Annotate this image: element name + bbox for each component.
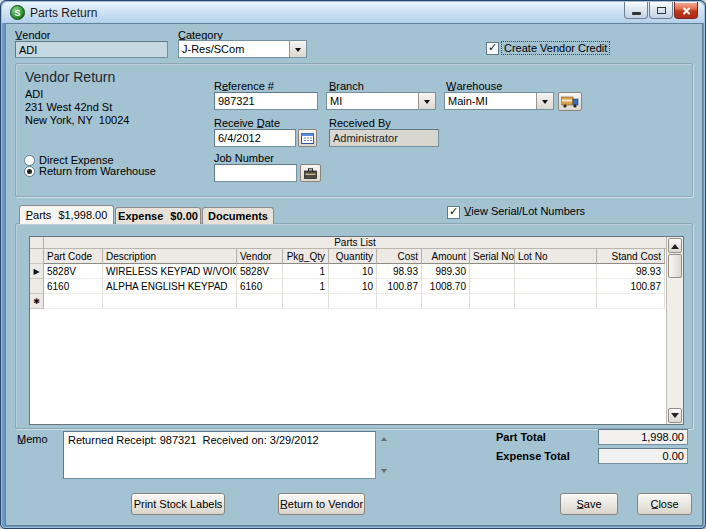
grid-column-header[interactable]: Quantity	[329, 249, 377, 264]
grid-row-selector[interactable]	[30, 279, 44, 294]
grid-cell[interactable]	[377, 294, 422, 309]
arrow-up-icon	[381, 434, 387, 441]
grid-cell[interactable]	[470, 264, 515, 279]
branch-value: MI	[327, 95, 418, 107]
grid-cell[interactable]	[283, 294, 329, 309]
grid-cell[interactable]	[329, 294, 377, 309]
tab-expense-amount: $0.00	[170, 210, 198, 222]
scroll-up-button[interactable]	[668, 238, 682, 253]
close-button[interactable]: C̲lose	[637, 493, 692, 515]
memo-scrollbar[interactable]	[378, 434, 390, 476]
grid-column-header[interactable]: Description	[103, 249, 237, 264]
grid-column-header[interactable]: Pkg_Qty	[283, 249, 329, 264]
grid-cell[interactable]: 100.87	[597, 279, 665, 294]
grid-cell[interactable]: WIRELESS KEYPAD W/VOICE	[103, 264, 237, 279]
tab-parts[interactable]: P̲arts $1,998.00	[19, 205, 114, 224]
radio-return-from-warehouse[interactable]	[24, 166, 35, 177]
grid-cell[interactable]: 10	[329, 264, 377, 279]
receive-date-input[interactable]: 6/4/2012	[214, 129, 296, 147]
grid-column-header[interactable]: Cost	[377, 249, 422, 264]
calendar-button[interactable]	[298, 129, 317, 147]
branch-select[interactable]: MI	[326, 92, 436, 110]
grid-cell[interactable]: 6160	[237, 279, 283, 294]
calendar-icon	[301, 133, 314, 144]
grid-cell[interactable]	[597, 294, 665, 309]
grid-cell[interactable]: 10	[329, 279, 377, 294]
chevron-down-icon	[542, 100, 548, 107]
grid-cell[interactable]	[515, 279, 597, 294]
maximize-button[interactable]	[649, 2, 673, 19]
view-serial-checkbox[interactable]	[447, 206, 460, 219]
grid-cell[interactable]	[470, 279, 515, 294]
branch-dropdown-button[interactable]	[418, 93, 435, 109]
app-icon: S	[10, 5, 25, 20]
grid-group-selector	[30, 237, 44, 248]
category-select[interactable]: J-Res/SCom	[178, 40, 307, 58]
parts-grid-rows: Parts List Part CodeDescriptionVendorPkg…	[30, 237, 666, 424]
scroll-down-button[interactable]	[668, 408, 682, 423]
grid-header-row: Part CodeDescriptionVendorPkg_QtyQuantit…	[30, 249, 666, 264]
print-stock-labels-button[interactable]: Print Stock Labels	[131, 493, 225, 515]
vendor-field: ADI	[15, 41, 168, 58]
grid-cell[interactable]	[422, 294, 470, 309]
grid-column-header[interactable]: Serial No	[470, 249, 515, 264]
grid-cell[interactable]	[44, 294, 103, 309]
minimize-button[interactable]	[624, 2, 648, 19]
grid-cell[interactable]	[515, 294, 597, 309]
grid-row-selector[interactable]: ▶	[30, 264, 44, 279]
grid-cell[interactable]: 100.87	[377, 279, 422, 294]
tab-parts-label: P̲arts	[26, 209, 52, 221]
chevron-down-icon	[424, 100, 430, 107]
tab-expense[interactable]: Expense $0.00	[115, 207, 201, 224]
job-number-input[interactable]	[214, 164, 297, 182]
grid-cell[interactable]	[470, 294, 515, 309]
received-by-field: Administrator	[329, 129, 439, 147]
reference-input[interactable]: 987321	[214, 92, 318, 110]
close-window-button[interactable]	[674, 2, 698, 19]
grid-column-header[interactable]: Stand Cost	[597, 249, 665, 264]
parts-grid: Parts List Part CodeDescriptionVendorPkg…	[29, 236, 684, 425]
received-by-label: Received By	[329, 117, 391, 129]
memo-label: M̲emo	[17, 433, 48, 445]
arrow-down-icon	[671, 413, 679, 422]
grid-vertical-scrollbar[interactable]	[666, 237, 683, 424]
grid-new-row[interactable]: ✱	[30, 294, 666, 309]
grid-row[interactable]: 6160ALPHA ENGLISH KEYPAD6160110100.87100…	[30, 279, 666, 294]
grid-cell[interactable]: 1008.70	[422, 279, 470, 294]
titlebar[interactable]: S Parts Return	[2, 2, 704, 23]
grid-cell[interactable]: 5828V	[44, 264, 103, 279]
grid-cell[interactable]: 98.93	[597, 264, 665, 279]
grid-new-row-selector[interactable]: ✱	[30, 294, 44, 309]
grid-cell[interactable]: 989.30	[422, 264, 470, 279]
grid-cell[interactable]: ALPHA ENGLISH KEYPAD	[103, 279, 237, 294]
grid-cell[interactable]: 6160	[44, 279, 103, 294]
return-to-vendor-button[interactable]: R̲eturn to Vendor	[278, 493, 365, 515]
create-vendor-credit-checkbox[interactable]	[486, 42, 499, 55]
warehouse-lookup-button[interactable]	[558, 92, 582, 111]
job-lookup-button[interactable]	[300, 164, 321, 182]
grid-row[interactable]: ▶5828VWIRELESS KEYPAD W/VOICE5828V11098.…	[30, 264, 666, 279]
category-dropdown-button[interactable]	[289, 41, 306, 57]
tab-documents[interactable]: Documents	[202, 207, 274, 224]
grid-column-header[interactable]: Lot No	[515, 249, 597, 264]
grid-cell[interactable]: 1	[283, 279, 329, 294]
grid-cell[interactable]: 5828V	[237, 264, 283, 279]
grid-cell[interactable]	[103, 294, 237, 309]
radio-direct-expense[interactable]	[24, 155, 35, 166]
warehouse-dropdown-button[interactable]	[536, 93, 553, 109]
memo-input[interactable]: Returned Receipt: 987321 Received on: 3/…	[63, 431, 376, 479]
grid-cell[interactable]: 1	[283, 264, 329, 279]
warehouse-select[interactable]: Main-MI	[444, 92, 554, 110]
grid-column-header[interactable]: Vendor	[237, 249, 283, 264]
truck-icon	[561, 96, 579, 108]
grid-cell[interactable]: 98.93	[377, 264, 422, 279]
grid-column-header[interactable]: Part Code	[44, 249, 103, 264]
grid-cell[interactable]	[237, 294, 283, 309]
reference-label: Re̲ference #	[214, 80, 274, 92]
grid-cell[interactable]	[515, 264, 597, 279]
grid-column-header[interactable]: Amount	[422, 249, 470, 264]
scrollbar-thumb[interactable]	[668, 254, 682, 278]
vendor-address: ADI 231 West 42nd St New York, NY 10024	[25, 88, 129, 127]
vendor-return-heading: Vendor Return	[25, 69, 115, 85]
save-button[interactable]: S̲ave	[560, 493, 618, 515]
